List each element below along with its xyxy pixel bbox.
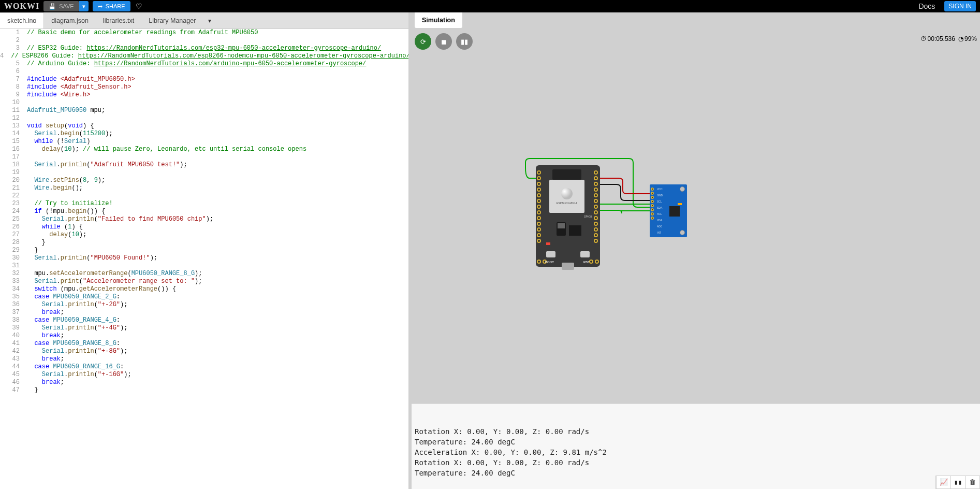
share-button[interactable]: ➦ SHARE: [93, 1, 130, 11]
line-content[interactable]: Serial.println("+-2G");: [25, 301, 408, 309]
code-line[interactable]: 16 delay(10); // will pause Zero, Leonar…: [0, 146, 408, 153]
code-line[interactable]: 21 Wire.begin();: [0, 184, 408, 192]
save-dropdown-button[interactable]: ▾: [79, 1, 89, 11]
code-line[interactable]: 10: [0, 99, 408, 107]
line-content[interactable]: [25, 37, 408, 45]
line-content[interactable]: Wire.begin();: [25, 184, 408, 192]
tab-diagram[interactable]: diagram.json: [44, 13, 96, 28]
code-line[interactable]: 20 Wire.setPins(8, 9);: [0, 177, 408, 184]
code-line[interactable]: 33 Serial.print("Accelerometer range set…: [0, 278, 408, 285]
sim-canvas[interactable]: ESP32-C3-MINI-1 GPIO8 BOOT RST VCCGNDSCL…: [412, 12, 980, 403]
code-line[interactable]: 39 Serial.println("+-4G");: [0, 324, 408, 332]
line-content[interactable]: // Arduino Guide: https://RandomNerdTuto…: [25, 60, 408, 68]
docs-link[interactable]: Docs: [918, 2, 935, 10]
code-line[interactable]: 8#include <Adafruit_Sensor.h>: [0, 83, 408, 91]
line-content[interactable]: break;: [25, 355, 408, 363]
stop-button[interactable]: ◼: [435, 33, 452, 50]
line-content[interactable]: [25, 153, 408, 161]
line-content[interactable]: }: [25, 247, 408, 254]
code-line[interactable]: 43 break;: [0, 355, 408, 363]
code-line[interactable]: 15 while (!Serial): [0, 138, 408, 146]
line-content[interactable]: case MPU6050_RANGE_4_G:: [25, 317, 408, 324]
line-content[interactable]: Adafruit_MPU6050 mpu;: [25, 107, 408, 114]
line-content[interactable]: Serial.begin(115200);: [25, 130, 408, 138]
pause-button[interactable]: ▮▮: [456, 33, 473, 50]
board-esp32[interactable]: ESP32-C3-MINI-1 GPIO8 BOOT RST: [536, 165, 600, 267]
line-content[interactable]: case MPU6050_RANGE_2_G:: [25, 293, 408, 301]
line-content[interactable]: // ESP8266 Guide: https://RandomNerdTuto…: [9, 52, 408, 60]
code-line[interactable]: 23 // Try to initialize!: [0, 200, 408, 208]
code-editor[interactable]: 1// Basic demo for accelerometer reading…: [0, 29, 408, 489]
code-line[interactable]: 38 case MPU6050_RANGE_4_G:: [0, 317, 408, 324]
code-line[interactable]: 5// Arduino Guide: https://RandomNerdTut…: [0, 60, 408, 68]
code-line[interactable]: 18 Serial.println("Adafruit MPU6050 test…: [0, 161, 408, 169]
tab-library-manager[interactable]: Library Manager: [141, 13, 203, 28]
tab-libraries[interactable]: libraries.txt: [96, 13, 141, 28]
code-line[interactable]: 9#include <Wire.h>: [0, 91, 408, 99]
line-content[interactable]: Serial.println("+-8G");: [25, 348, 408, 355]
line-content[interactable]: Serial.println("+-4G");: [25, 324, 408, 332]
code-line[interactable]: 47 }: [0, 386, 408, 394]
code-line[interactable]: 3// ESP32 Guide: https://RandomNerdTutor…: [0, 45, 408, 52]
code-line[interactable]: 32 mpu.setAccelerometerRange(MPU6050_RAN…: [0, 270, 408, 278]
code-line[interactable]: 12: [0, 114, 408, 122]
line-content[interactable]: [25, 262, 408, 270]
line-content[interactable]: break;: [25, 332, 408, 340]
line-content[interactable]: [25, 68, 408, 76]
code-line[interactable]: 37 break;: [0, 309, 408, 317]
line-content[interactable]: Serial.println("Adafruit MPU6050 test!")…: [25, 161, 408, 169]
code-line[interactable]: 45 Serial.println("+-16G");: [0, 371, 408, 379]
code-line[interactable]: 34 switch (mpu.getAccelerometerRange()) …: [0, 285, 408, 293]
code-line[interactable]: 6: [0, 68, 408, 76]
code-line[interactable]: 25 Serial.println("Failed to find MPU605…: [0, 215, 408, 223]
code-line[interactable]: 22: [0, 192, 408, 200]
board-mpu6050[interactable]: VCCGNDSCLSDAXCLXDAAD0INT: [650, 184, 687, 237]
line-content[interactable]: Serial.println("MPU6050 Found!");: [25, 254, 408, 262]
heart-icon[interactable]: ♡: [136, 2, 142, 10]
line-content[interactable]: [25, 169, 408, 177]
code-line[interactable]: 29 }: [0, 247, 408, 254]
serial-clear-icon[interactable]: 🗑: [965, 476, 979, 488]
code-line[interactable]: 7#include <Adafruit_MPU6050.h>: [0, 76, 408, 83]
code-line[interactable]: 42 Serial.println("+-8G");: [0, 348, 408, 355]
plot-icon[interactable]: 📈: [936, 476, 950, 488]
code-line[interactable]: 44 case MPU6050_RANGE_16_G:: [0, 363, 408, 371]
code-line[interactable]: 41 case MPU6050_RANGE_8_G:: [0, 340, 408, 348]
line-content[interactable]: // Try to initialize!: [25, 200, 408, 208]
line-content[interactable]: }: [25, 386, 408, 394]
line-content[interactable]: #include <Wire.h>: [25, 91, 408, 99]
code-line[interactable]: 35 case MPU6050_RANGE_2_G:: [0, 293, 408, 301]
tab-overflow-button[interactable]: ▾: [203, 13, 216, 28]
line-content[interactable]: Serial.println("+-16G");: [25, 371, 408, 379]
line-content[interactable]: while (1) {: [25, 223, 408, 231]
line-content[interactable]: [25, 99, 408, 107]
code-line[interactable]: 26 while (1) {: [0, 223, 408, 231]
line-content[interactable]: // Basic demo for accelerometer readings…: [25, 29, 408, 37]
code-line[interactable]: 13void setup(void) {: [0, 122, 408, 130]
code-line[interactable]: 2: [0, 37, 408, 45]
line-content[interactable]: [25, 192, 408, 200]
code-line[interactable]: 46 break;: [0, 379, 408, 386]
line-content[interactable]: while (!Serial): [25, 138, 408, 146]
code-line[interactable]: 1// Basic demo for accelerometer reading…: [0, 29, 408, 37]
save-button[interactable]: 💾 SAVE: [43, 1, 79, 11]
line-content[interactable]: void setup(void) {: [25, 122, 408, 130]
code-line[interactable]: 27 delay(10);: [0, 231, 408, 239]
code-line[interactable]: 30 Serial.println("MPU6050 Found!");: [0, 254, 408, 262]
line-content[interactable]: switch (mpu.getAccelerometerRange()) {: [25, 285, 408, 293]
tab-simulation[interactable]: Simulation: [415, 12, 462, 28]
code-line[interactable]: 40 break;: [0, 332, 408, 340]
restart-button[interactable]: ⟳: [415, 33, 431, 50]
code-line[interactable]: 17: [0, 153, 408, 161]
line-content[interactable]: if (!mpu.begin()) {: [25, 208, 408, 215]
code-line[interactable]: 24 if (!mpu.begin()) {: [0, 208, 408, 215]
code-line[interactable]: 4// ESP8266 Guide: https://RandomNerdTut…: [0, 52, 408, 60]
line-content[interactable]: }: [25, 239, 408, 247]
line-content[interactable]: // ESP32 Guide: https://RandomNerdTutori…: [25, 45, 408, 52]
line-content[interactable]: [25, 114, 408, 122]
serial-monitor[interactable]: Rotation X: 0.00, Y: 0.00, Z: 0.00 rad/s…: [412, 403, 980, 489]
line-content[interactable]: delay(10);: [25, 231, 408, 239]
line-content[interactable]: case MPU6050_RANGE_16_G:: [25, 363, 408, 371]
code-line[interactable]: 19: [0, 169, 408, 177]
code-line[interactable]: 11Adafruit_MPU6050 mpu;: [0, 107, 408, 114]
